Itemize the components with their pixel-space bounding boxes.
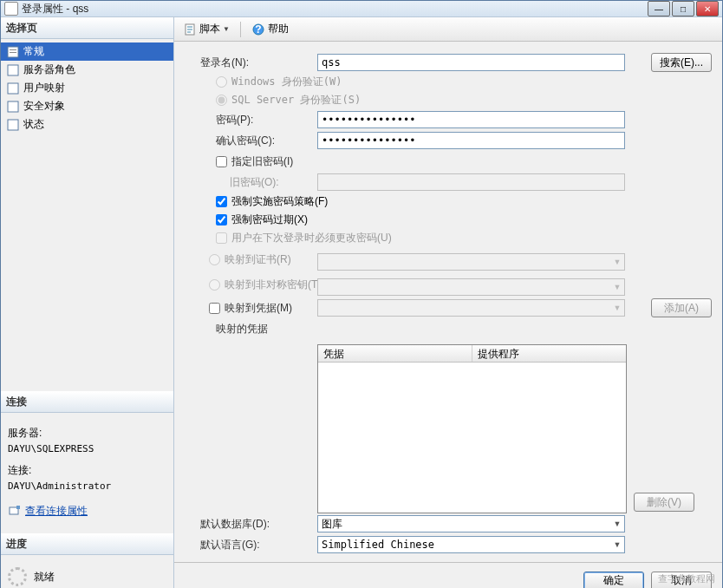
old-password-label: 旧密码(O): [200,175,317,190]
select-page-header: 选择页 [1,17,173,39]
page-icon [6,63,20,77]
script-icon [183,23,197,36]
help-icon: ? [251,23,265,36]
page-item-general[interactable]: 常规 [1,42,173,61]
connection-info: 服务器: DAYU\SQLEXPRESS 连接: DAYU\Administra… [1,413,173,533]
search-button[interactable]: 搜索(E)... [651,53,712,72]
svg-rect-3 [8,65,18,75]
help-label: 帮助 [268,22,289,36]
server-label: 服务器: [8,425,166,441]
add-button: 添加(A) [651,298,712,317]
default-lang-label: 默认语言(G): [200,538,317,552]
remove-button: 删除(V) [634,493,694,512]
conn-label: 连接: [8,462,166,479]
page-item-server-roles[interactable]: 服务器角色 [1,61,173,79]
toolbar-separator [240,22,241,37]
chevron-down-icon: ▼ [610,258,624,266]
close-button[interactable]: ✕ [696,1,719,16]
script-button[interactable]: 脚本 ▼ [179,20,233,38]
confirm-password-input[interactable] [317,132,625,149]
app-icon [4,2,18,16]
page-icon [6,45,20,59]
default-lang-value: Simplified Chinese [318,539,610,551]
script-label: 脚本 [199,22,220,36]
map-cert-combo: ▼ [317,253,625,271]
view-connection-properties-link[interactable]: 查看连接属性 [25,503,88,519]
page-item-status[interactable]: 状态 [1,115,173,134]
toolbar: 脚本 ▼ ? 帮助 [174,17,722,42]
page-label: 安全对象 [23,99,65,114]
page-label: 常规 [23,44,44,59]
default-db-combo[interactable]: 图库 ▼ [317,515,625,532]
specify-old-password-label: 指定旧密码(I) [231,154,293,169]
password-label: 密码(P): [200,113,317,127]
credentials-grid[interactable]: 凭据 提供程序 [317,344,627,513]
help-button[interactable]: ? 帮助 [248,20,292,38]
progress-header: 进度 [1,533,173,555]
page-list: 常规 服务器角色 用户映射 安全对象 状态 [1,39,173,137]
svg-rect-6 [8,120,18,130]
spinner-icon [8,567,27,586]
map-credential-checkbox[interactable] [209,303,220,314]
svg-rect-1 [10,49,16,50]
right-pane: 脚本 ▼ ? 帮助 登录名(N): 搜索(E)... [174,17,722,588]
map-asym-combo: ▼ [317,278,625,296]
footer: 确定 取消 [174,562,722,588]
connection-header: 连接 [1,391,173,413]
svg-rect-4 [8,83,18,94]
page-label: 用户映射 [23,81,65,95]
login-properties-window: 登录属性 - qss — □ ✕ 选择页 常规 服务器角色 用户映射 [0,0,723,588]
svg-rect-5 [8,101,18,112]
windows-auth-label: Windows 身份验证(W) [231,75,342,89]
minimize-button[interactable]: — [648,1,670,16]
grid-col-provider[interactable]: 提供程序 [472,345,626,362]
page-icon [6,118,20,132]
maximize-button[interactable]: □ [672,1,694,16]
page-item-user-mapping[interactable]: 用户映射 [1,79,173,97]
mapped-credentials-label: 映射的凭据 [200,322,317,336]
default-db-value: 图库 [318,517,610,532]
ok-button[interactable]: 确定 [583,572,644,589]
login-name-label: 登录名(N): [200,56,317,70]
old-password-input [317,173,625,191]
page-label: 服务器角色 [23,62,75,77]
page-icon [6,82,20,95]
titlebar[interactable]: 登录属性 - qss — □ ✕ [1,1,722,17]
window-title: 登录属性 - qss [22,2,648,16]
confirm-password-label: 确认密码(C): [200,134,317,148]
map-credential-combo: ▼ [317,299,625,317]
map-credential-label: 映射到凭据(M) [225,301,292,316]
svg-text:?: ? [255,23,261,36]
left-pane: 选择页 常规 服务器角色 用户映射 安全对象 [1,17,174,588]
form-area: 登录名(N): 搜索(E)... Windows 身份验证(W) SQL Ser… [174,42,722,562]
windows-auth-radio [216,76,227,88]
chevron-down-icon: ▼ [610,283,624,291]
enforce-policy-label: 强制实施密码策略(F) [231,194,328,209]
server-value: DAYU\SQLEXPRESS [8,441,166,457]
sql-auth-radio [216,95,227,106]
must-change-label: 用户在下次登录时必须更改密码(U) [231,231,392,245]
chevron-down-icon[interactable]: ▼ [610,519,624,528]
page-icon [6,100,20,114]
page-label: 状态 [23,117,44,132]
cancel-button[interactable]: 取消 [651,572,712,589]
enforce-expire-label: 强制密码过期(X) [231,212,308,227]
conn-value: DAYU\Administrator [8,479,166,494]
default-db-label: 默认数据库(D): [200,517,317,532]
specify-old-password-checkbox[interactable] [216,156,227,167]
chevron-down-icon: ▼ [223,25,230,33]
progress-status: 就绪 [34,570,55,585]
svg-rect-8 [16,506,20,509]
sql-auth-label: SQL Server 身份验证(S) [231,93,361,108]
page-item-securables[interactable]: 安全对象 [1,97,173,115]
enforce-expire-checkbox[interactable] [216,214,227,225]
enforce-policy-checkbox[interactable] [216,196,227,207]
password-input[interactable] [317,111,625,128]
chevron-down-icon[interactable]: ▼ [610,540,624,549]
grid-col-credential[interactable]: 凭据 [318,345,472,362]
must-change-checkbox [216,232,227,244]
login-name-input[interactable] [317,54,625,71]
chevron-down-icon: ▼ [610,304,624,312]
connection-icon [8,504,22,518]
default-lang-combo[interactable]: Simplified Chinese ▼ [317,536,625,553]
